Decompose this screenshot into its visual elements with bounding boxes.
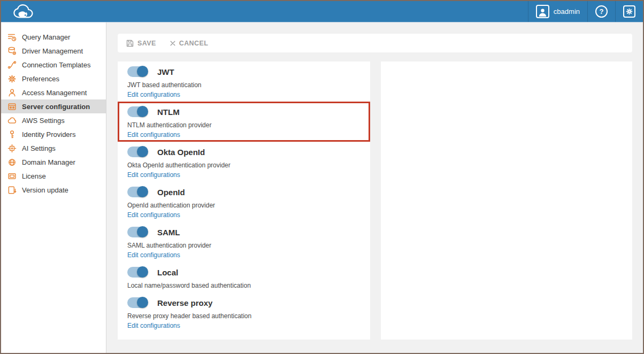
sidebar-item-version-update[interactable]: Version update — [1, 183, 106, 197]
identity-key-icon — [7, 130, 17, 139]
aws-cloud-icon — [7, 116, 17, 125]
domain-globe-icon — [7, 158, 17, 167]
provider-name: Reverse proxy — [157, 298, 212, 307]
help-button[interactable]: ? — [587, 1, 615, 22]
question-mark-icon: ? — [595, 5, 608, 18]
provider-reverse-proxy: Reverse proxy Reverse proxy header based… — [118, 293, 370, 333]
license-card-icon — [7, 172, 17, 181]
provider-saml: SAML SAML authentication provider Edit c… — [118, 222, 370, 262]
cloudbeaver-beaver-cloud-logo — [12, 3, 36, 20]
edit-configurations-link[interactable]: Edit configurations — [127, 211, 180, 219]
sidebar-item-label: Server configuration — [22, 103, 90, 111]
sidebar-item-query-manager[interactable]: Query Manager — [1, 30, 106, 44]
provider-name: Okta OpenId — [157, 148, 205, 157]
save-button[interactable]: SAVE — [126, 40, 156, 47]
edit-configurations-link[interactable]: Edit configurations — [127, 91, 180, 98]
openid-toggle[interactable] — [127, 187, 148, 197]
connection-templates-icon — [7, 60, 17, 70]
sidebar-item-label: License — [22, 172, 46, 180]
provider-name: NTLM — [157, 107, 180, 117]
provider-name: Local — [157, 268, 178, 277]
provider-okta-openid: Okta OpenId Okta OpenId authentication p… — [118, 142, 370, 182]
sidebar-item-label: Driver Management — [22, 47, 83, 55]
saml-toggle[interactable] — [127, 227, 148, 237]
provider-openid: OpenId OpenId authentication provider Ed… — [118, 182, 370, 222]
query-manager-icon — [7, 33, 17, 42]
sidebar-item-label: AWS Settings — [22, 117, 65, 125]
reverse-proxy-toggle[interactable] — [127, 297, 148, 308]
sidebar-item-preferences[interactable]: Preferences — [1, 72, 106, 86]
sidebar-item-domain-manager[interactable]: Domain Manager — [1, 155, 106, 169]
driver-management-icon — [7, 47, 17, 56]
provider-description: Okta OpenId authentication provider — [127, 161, 361, 169]
cancel-button-label: CANCEL — [179, 40, 208, 47]
sidebar-item-label: Query Manager — [22, 33, 70, 41]
provider-name: OpenId — [157, 188, 185, 197]
app-window: cbadmin ? — [1, 1, 643, 353]
sidebar-item-label: Preferences — [22, 75, 59, 83]
provider-description: NTLM authentication provider — [127, 121, 361, 129]
edit-configurations-link[interactable]: Edit configurations — [127, 322, 180, 329]
sidebar-item-server-configuration[interactable]: Server configuration — [1, 99, 106, 113]
edit-configurations-link[interactable]: Edit configurations — [127, 131, 180, 138]
provider-ntlm ntlm-highlight-box: NTLM NTLM authentication provider Edit c… — [118, 102, 370, 142]
provider-description: Local name/password based authentication — [127, 282, 361, 289]
content-area: Query Manager Driver Management Connecti… — [1, 22, 643, 353]
detail-panel — [381, 61, 632, 340]
sidebar-item-access-management[interactable]: Access Management — [1, 86, 106, 99]
sidebar-item-connection-templates[interactable]: Connection Templates — [1, 58, 106, 72]
edit-configurations-link[interactable]: Edit configurations — [127, 251, 180, 259]
sidebar-item-driver-management[interactable]: Driver Management — [1, 44, 106, 58]
main-area: SAVE CANCEL JWT — [106, 22, 643, 353]
sidebar-item-aws-settings[interactable]: AWS Settings — [1, 113, 106, 127]
user-avatar-icon — [536, 5, 549, 18]
save-button-label: SAVE — [137, 40, 156, 47]
panels-row: JWT JWT based authentication Edit config… — [118, 61, 632, 340]
ntlm-toggle[interactable] — [127, 106, 148, 117]
provider-description: OpenId authentication provider — [127, 202, 361, 209]
provider-name: JWT — [157, 67, 174, 76]
floppy-save-icon — [126, 40, 134, 47]
cancel-button[interactable]: CANCEL — [170, 40, 208, 47]
ai-chip-icon — [7, 144, 17, 153]
sidebar-item-ai-settings[interactable]: AI Settings — [1, 141, 106, 155]
app-logo — [1, 1, 36, 22]
provider-jwt: JWT JWT based authentication Edit config… — [118, 61, 370, 102]
sidebar-item-label: Connection Templates — [22, 61, 90, 69]
x-cancel-icon — [170, 41, 175, 46]
username-label: cbadmin — [554, 7, 580, 16]
provider-description: SAML authentication provider — [127, 242, 361, 249]
admin-sidebar: Query Manager Driver Management Connecti… — [1, 22, 106, 353]
gear-icon — [623, 5, 635, 18]
access-management-icon — [7, 88, 17, 97]
jwt-toggle[interactable] — [127, 66, 148, 77]
version-update-icon — [7, 186, 17, 195]
provider-description: Reverse proxy header based authenticatio… — [127, 312, 361, 320]
settings-button[interactable] — [615, 1, 643, 22]
auth-providers-panel: JWT JWT based authentication Edit config… — [118, 61, 370, 340]
sidebar-item-label: Domain Manager — [22, 158, 75, 166]
edit-configurations-link[interactable]: Edit configurations — [127, 171, 180, 179]
sidebar-item-label: Access Management — [22, 89, 87, 97]
sidebar-item-label: AI Settings — [22, 144, 56, 152]
local-toggle[interactable] — [127, 267, 148, 278]
top-header-bar: cbadmin ? — [1, 1, 643, 22]
sidebar-item-label: Identity Providers — [22, 130, 75, 138]
sidebar-item-license[interactable]: License — [1, 169, 106, 183]
edit-toolbar: SAVE CANCEL — [118, 34, 632, 52]
provider-local: Local Local name/password based authenti… — [118, 262, 370, 293]
sidebar-item-identity-providers[interactable]: Identity Providers — [1, 127, 106, 141]
user-menu[interactable]: cbadmin — [528, 1, 587, 22]
header-actions: cbadmin ? — [528, 1, 643, 22]
sidebar-item-label: Version update — [22, 186, 68, 194]
provider-description: JWT based authentication — [127, 81, 361, 89]
okta-openid-toggle[interactable] — [127, 147, 148, 157]
provider-name: SAML — [157, 228, 180, 237]
server-configuration-icon — [7, 102, 17, 111]
preferences-gear-icon — [7, 74, 17, 83]
